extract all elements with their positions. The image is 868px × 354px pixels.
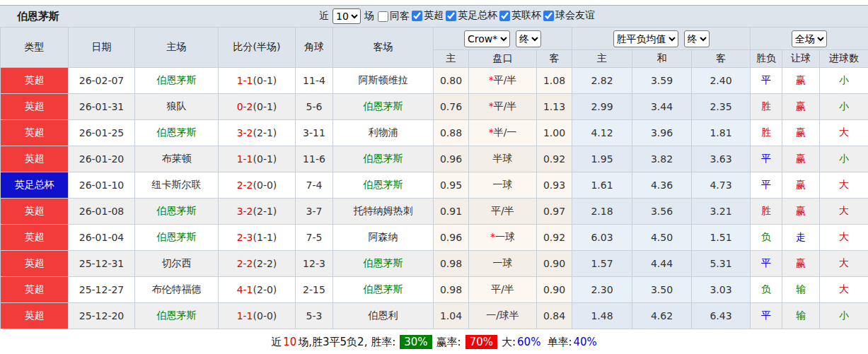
single-label: 单率: bbox=[547, 336, 572, 349]
match-type: 英超 bbox=[1, 146, 69, 172]
competition-checkbox[interactable] bbox=[446, 11, 456, 21]
handicap-result: 走 bbox=[782, 225, 820, 251]
score: 3-2(2-1) bbox=[219, 120, 296, 146]
mean-away: 3.03 bbox=[692, 277, 751, 303]
mean-away: 2.35 bbox=[692, 94, 751, 120]
handicap: 平/半 bbox=[469, 199, 537, 225]
big-label: 大: bbox=[502, 336, 516, 349]
corners: 7-4 bbox=[296, 172, 333, 199]
match-count-select[interactable]: 10 bbox=[332, 8, 361, 24]
home-team: 伯恩茅斯 bbox=[135, 199, 219, 225]
goals: 大 bbox=[820, 120, 868, 146]
score: 4-1(2-0) bbox=[219, 277, 296, 303]
single-rate: 40% bbox=[573, 336, 596, 348]
scope-select[interactable]: 全场 bbox=[792, 30, 827, 47]
top-strip bbox=[0, 0, 868, 5]
result: 胜 bbox=[751, 199, 782, 225]
odds-group-header: Crow* 终 bbox=[434, 28, 572, 50]
summary-footer: 近10场,胜3平5负2, 胜率: 30% 赢率: 70% 大:60% 单率:40… bbox=[0, 329, 868, 354]
matches-label: 场 bbox=[364, 10, 374, 23]
competition-label: 英超 bbox=[424, 9, 444, 22]
competition-filter[interactable]: 球会友谊 bbox=[542, 9, 595, 22]
goals: 小 bbox=[820, 146, 868, 172]
sub-header-mean-home: 主 bbox=[572, 50, 632, 68]
sub-header-odds-home: 主 bbox=[434, 50, 469, 68]
odds-time-select[interactable]: 终 bbox=[516, 30, 541, 47]
odds-away: 1.00 bbox=[537, 120, 572, 146]
competition-checkbox[interactable] bbox=[499, 11, 510, 21]
away-team: 伯恩茅斯 bbox=[333, 94, 434, 120]
score: 0-2(0-1) bbox=[219, 94, 296, 120]
corners: 12-3 bbox=[296, 251, 333, 277]
same-away-checkbox[interactable] bbox=[378, 11, 388, 22]
handicap-win-rate-badge: 70% bbox=[465, 335, 497, 349]
odds-home: 0.98 bbox=[434, 277, 469, 303]
handicap-result: 输 bbox=[782, 303, 820, 329]
mean-home: 2.82 bbox=[572, 68, 632, 94]
score: 2-2(2-2) bbox=[219, 251, 296, 277]
mean-type-select[interactable]: 胜平负均值 bbox=[613, 30, 678, 47]
mean-time-select[interactable]: 终 bbox=[684, 30, 710, 47]
home-team: 纽卡斯尔联 bbox=[135, 172, 219, 199]
odds-away: 0.92 bbox=[537, 146, 572, 172]
scope-group-header: 全场 bbox=[751, 28, 868, 50]
match-date: 25-12-20 bbox=[69, 303, 135, 329]
handicap-result: 赢 bbox=[782, 120, 820, 146]
goals: 大 bbox=[820, 172, 868, 199]
match-type: 英超 bbox=[1, 225, 69, 251]
corners: 3-7 bbox=[296, 199, 333, 225]
away-team: 阿森纳 bbox=[333, 225, 434, 251]
odds-home: 0.98 bbox=[434, 251, 469, 277]
same-away-label: 同客 bbox=[390, 10, 410, 23]
goals: 小 bbox=[820, 303, 868, 329]
mean-group-header: 胜平负均值 终 bbox=[572, 28, 751, 50]
match-date: 26-01-08 bbox=[69, 199, 135, 225]
odds-home: 0.76 bbox=[434, 94, 469, 120]
mean-draw: 3.96 bbox=[632, 120, 692, 146]
competition-filter[interactable]: 英联杯 bbox=[498, 9, 541, 22]
odds-source-select[interactable]: Crow* bbox=[464, 30, 510, 47]
competition-checkbox[interactable] bbox=[412, 11, 422, 21]
away-team: 伯恩茅斯 bbox=[333, 277, 434, 303]
home-team: 伯恩茅斯 bbox=[135, 303, 219, 329]
same-away-filter[interactable]: 同客 bbox=[376, 10, 410, 23]
match-type: 英超 bbox=[1, 199, 69, 225]
odds-home: 0.96 bbox=[434, 225, 469, 251]
corners: 3-11 bbox=[296, 120, 333, 146]
match-date: 25-12-31 bbox=[69, 251, 135, 277]
home-team: 伯恩茅斯 bbox=[135, 120, 219, 146]
handicap: 一球 bbox=[469, 172, 537, 199]
mean-home: 2.30 bbox=[572, 277, 632, 303]
away-team: 伯恩茅斯 bbox=[333, 251, 434, 277]
corners: 5-3 bbox=[296, 303, 333, 329]
handicap-result: 输 bbox=[782, 277, 820, 303]
corners: 5-6 bbox=[296, 94, 333, 120]
mean-home: 1.61 bbox=[572, 172, 632, 199]
corners: 11-4 bbox=[296, 68, 333, 94]
mean-draw: 3.56 bbox=[632, 199, 692, 225]
mean-draw: 4.36 bbox=[632, 172, 692, 199]
col-header-corners: 角球 bbox=[296, 28, 333, 68]
odds-home: 1.04 bbox=[434, 303, 469, 329]
match-history-panel: 伯恩茅斯 近 10 场 同客 英超英足总杯英联杯球会友谊 类型 日期 bbox=[0, 0, 868, 354]
mean-home: 1.95 bbox=[572, 146, 632, 172]
title-bar: 伯恩茅斯 近 10 场 同客 英超英足总杯英联杯球会友谊 bbox=[0, 5, 868, 27]
odds-home: 0.96 bbox=[434, 146, 469, 172]
page-title: 伯恩茅斯 bbox=[17, 10, 59, 23]
mean-away: 6.43 bbox=[692, 303, 751, 329]
table-row: 英超26-01-08伯恩茅斯3-2(2-1)3-7托特纳姆热刺0.91平/半0.… bbox=[1, 199, 868, 225]
goals: 大 bbox=[820, 251, 868, 277]
handicap-result: 赢 bbox=[782, 146, 820, 172]
competition-label: 球会友谊 bbox=[555, 9, 595, 22]
table-row: 英超26-02-07伯恩茅斯1-1(0-1)11-4阿斯顿维拉0.80*平/半1… bbox=[1, 68, 868, 94]
filter-bar: 近 10 场 同客 英超英足总杯英联杯球会友谊 bbox=[317, 6, 596, 27]
corners: 2-15 bbox=[296, 277, 333, 303]
goals: 小 bbox=[820, 94, 868, 120]
sub-header-odds-away: 客 bbox=[537, 50, 572, 68]
score: 1-1(0-1) bbox=[219, 68, 296, 94]
mean-away: 4.73 bbox=[692, 172, 751, 199]
competition-filter[interactable]: 英足总杯 bbox=[444, 9, 497, 22]
handicap: *平/半 bbox=[469, 94, 537, 120]
competition-checkbox[interactable] bbox=[543, 11, 554, 21]
competition-filter[interactable]: 英超 bbox=[410, 9, 444, 22]
